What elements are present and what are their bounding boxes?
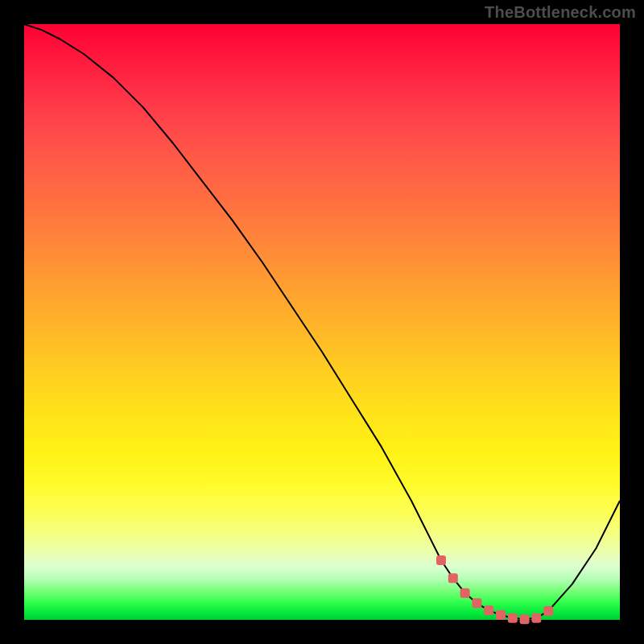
marker-point bbox=[496, 610, 506, 620]
curve-svg bbox=[24, 24, 620, 620]
watermark-text: TheBottleneck.com bbox=[485, 3, 636, 22]
marker-point bbox=[436, 555, 446, 565]
marker-point bbox=[448, 573, 458, 583]
chart-stage: TheBottleneck.com bbox=[0, 0, 644, 644]
marker-point bbox=[531, 613, 541, 623]
marker-point bbox=[543, 606, 553, 616]
marker-point bbox=[520, 614, 530, 624]
marker-point bbox=[484, 605, 493, 615]
bottleneck-curve-path bbox=[24, 24, 620, 619]
marker-point bbox=[460, 588, 470, 598]
plot-area bbox=[24, 24, 620, 620]
marker-point bbox=[508, 613, 518, 623]
optimal-range-markers bbox=[436, 555, 553, 624]
marker-point bbox=[472, 598, 481, 608]
